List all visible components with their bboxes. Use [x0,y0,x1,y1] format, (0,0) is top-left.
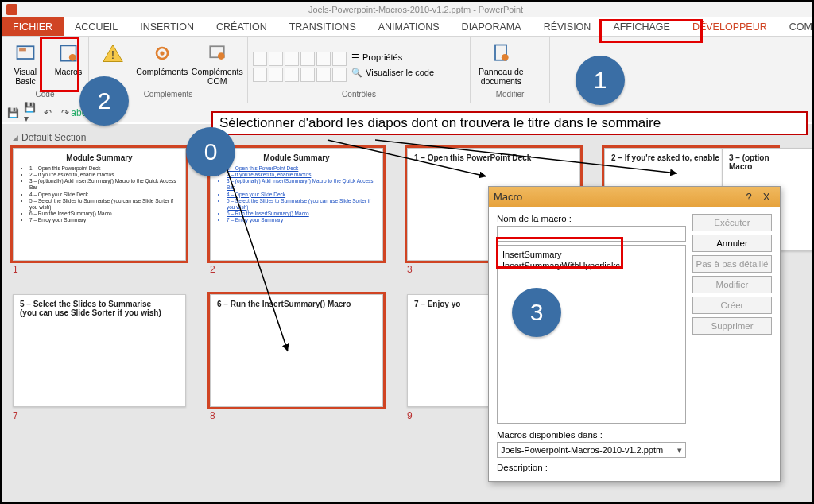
tab-insertion[interactable]: INSERTION [129,17,205,36]
group-modify-label: Modifier [475,90,545,101]
save-icon[interactable]: 💾 [6,107,19,119]
slide-thumb-1[interactable]: Module Summary 1 – Open this Powerpoint … [13,148,186,275]
macros-button[interactable]: Macros [49,40,87,78]
powerpoint-icon [6,4,17,15]
addins-button[interactable]: Compléments [137,40,188,78]
addins-icon [150,41,174,65]
com-addins-button[interactable]: Compléments COM [192,40,243,87]
slide-title: Module Summary [20,153,179,162]
com-addins-label: Compléments COM [192,67,243,86]
tab-creation[interactable]: CRÉATION [205,17,278,36]
slide-title: 5 – Select the Slides to Summarise (you … [20,300,179,317]
macros-label: Macros [55,67,82,76]
document-panel-label: Panneau de documents [479,67,524,86]
dialog-title: Macro [494,191,740,203]
visual-basic-label: Visual Basic [14,67,37,86]
section-name: Default Section [21,132,86,143]
tab-affichage[interactable]: AFFICHAGE [602,17,681,36]
tab-complements[interactable]: COMPLÉMENTS [778,17,814,36]
tab-transitions[interactable]: TRANSITIONS [278,17,367,36]
slide-number: 7 [13,410,186,421]
svg-point-11 [502,54,509,61]
properties-button[interactable]: ☰Propriétés [351,52,434,63]
svg-point-7 [160,51,164,55]
view-code-label: Visualiser le code [366,68,434,77]
macros-in-label: Macros disponibles dans : [497,430,686,440]
saveas-icon[interactable]: 💾▾ [24,107,37,119]
slide-thumb-2[interactable]: Module Summary 1 – Open this PowerPoint … [210,148,383,275]
svg-point-3 [69,54,76,61]
view-code-button[interactable]: 🔍Visualiser le code [351,68,434,78]
tab-animations[interactable]: ANIMATIONS [367,17,451,36]
macro-name-label: Nom de la macro : [497,214,686,223]
help-button[interactable]: ? [740,191,758,203]
tab-diaporama[interactable]: DIAPORAMA [451,17,533,36]
undo-icon[interactable]: ↶ [41,107,54,119]
svg-point-9 [218,52,225,60]
slide-number: 1 [13,264,186,275]
macro-name-input[interactable] [497,226,686,242]
macros-icon [56,41,80,65]
macro-list-item[interactable]: InsertSummaryWithHyperlinks [502,260,680,271]
run-macro-button[interactable]: Exécuter [692,214,772,231]
warning-icon: ! [94,40,132,68]
view-code-icon: 🔍 [351,68,362,78]
visual-basic-icon [14,41,37,65]
group-code-label: Code [6,90,83,101]
properties-label: Propriétés [362,52,402,62]
instruction-callout: Sélectionner d'abord les diapos dont on … [211,111,808,135]
step-macro-button[interactable]: Pas à pas détaillé [692,255,772,273]
slide-title: 3 – (option Macro [729,153,812,171]
slide-thumb-7[interactable]: 5 – Select the Slides to Summarise (you … [13,294,186,421]
com-addins-icon [205,41,229,65]
slide-title: 6 – Run the InsertSummary() Macro [217,300,376,308]
macros-in-value: Joels-Powerpoint-Macros-2010-v1.2.pptm [501,445,663,455]
create-macro-button[interactable]: Créer [692,297,772,314]
tab-accueil[interactable]: ACCUEIL [64,17,129,36]
macros-in-select[interactable]: Joels-Powerpoint-Macros-2010-v1.2.pptm [497,442,686,458]
properties-icon: ☰ [351,52,359,63]
title-bar: Joels-Powerpoint-Macros-2010-v1.2.pptm -… [2,2,812,17]
step-bubble-0: 0 [186,127,235,176]
instruction-text: Sélectionner d'abord les diapos dont on … [219,115,661,131]
svg-rect-1 [19,48,26,52]
slide-title: Module Summary [217,153,376,162]
step-bubble-3: 3 [512,288,561,337]
visual-basic-button[interactable]: Visual Basic [6,40,45,87]
svg-text:!: ! [111,48,114,61]
cancel-macro-button[interactable]: Annuler [692,235,772,252]
redo-icon[interactable]: ↷ [59,107,72,119]
description-label: Description : [497,463,686,472]
close-button[interactable]: X [758,191,775,203]
slide-number: 2 [210,264,383,275]
group-controls-label: Contrôles [253,90,465,101]
dialog-titlebar[interactable]: Macro ? X [489,187,780,207]
tab-revision[interactable]: RÉVISION [533,17,603,36]
document-panel-icon [489,41,513,65]
addins-label: Compléments [136,67,188,76]
delete-macro-button[interactable]: Supprimer [692,317,772,335]
controls-gallery[interactable] [253,48,347,82]
edit-macro-button[interactable]: Modifier [692,276,772,293]
slide-title: 1 – Open this PowerPoint Deck [414,153,573,162]
step-bubble-1: 1 [576,56,625,105]
slide-bullets: 1 – Open this PowerPoint Deck2 – If you'… [217,165,376,223]
window-title: Joels-Powerpoint-Macros-2010-v1.2.pptm -… [24,5,808,14]
tab-developpeur[interactable]: DÉVELOPPEUR [681,17,778,36]
document-panel-button[interactable]: Panneau de documents [475,40,527,87]
macro-list-item[interactable]: InsertSummary [502,249,680,260]
slide-thumb-8[interactable]: 6 – Run the InsertSummary() Macro 8 [210,294,383,421]
svg-rect-0 [17,46,34,59]
slide-bullets: 1 – Open this Powerpoint Deck2 – If you'… [20,165,179,223]
tab-file[interactable]: FICHIER [2,17,64,36]
slide-number: 8 [210,410,383,421]
step-bubble-2: 2 [79,76,129,126]
ribbon-tabs: FICHIER ACCUEIL INSERTION CRÉATION TRANS… [2,17,812,37]
